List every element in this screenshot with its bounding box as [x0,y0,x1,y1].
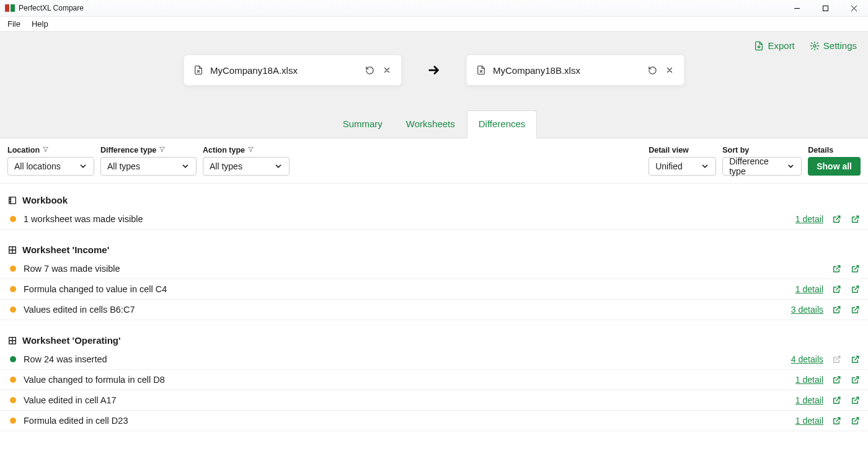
details-link[interactable]: 3 details [791,305,823,315]
file-icon [193,65,204,76]
status-dot-icon [10,377,16,383]
diff-text: Formula changed to value in cell C4 [24,284,788,294]
details-link[interactable]: 4 details [791,354,823,364]
action-type-select[interactable]: All types [203,157,290,176]
status-dot-icon [10,307,16,313]
open-external-icon[interactable] [851,395,861,405]
details-link[interactable]: 1 detail [795,284,823,294]
open-external-icon[interactable] [851,416,861,426]
section-header: Workbook [0,184,868,209]
chevron-down-icon [181,162,190,171]
open-external-icon[interactable] [851,214,861,224]
open-external-icon [832,354,842,364]
diff-text: Formula edited in cell D23 [24,416,788,426]
status-dot-icon [10,286,16,292]
menu-file[interactable]: File [2,18,25,30]
minimize-button[interactable] [782,0,811,17]
i-book-icon [7,195,17,205]
close-icon[interactable] [381,65,392,76]
details-link[interactable]: 1 detail [795,214,823,224]
chevron-down-icon [274,162,283,171]
open-external-icon[interactable] [832,264,842,274]
settings-label: Settings [823,40,857,51]
section-title: Workbook [22,195,68,205]
app-logo-icon [5,3,15,13]
undo-icon[interactable] [364,65,375,76]
settings-button[interactable]: Settings [810,40,857,51]
sort-by-label: Sort by [722,146,802,154]
svg-rect-3 [5,4,9,12]
section-title: Worksheet 'Income' [22,244,109,255]
section-header: Worksheet 'Income' [0,230,868,259]
chevron-down-icon [787,162,795,171]
diff-row[interactable]: Row 24 was inserted 4 details [0,349,868,370]
diff-row[interactable]: 1 worksheet was made visible 1 detail [0,209,868,230]
location-label: Location [7,146,94,154]
results-list[interactable]: Workbook 1 worksheet was made visible 1 … [0,184,868,452]
diff-text: Values edited in cells B6:C7 [24,305,784,315]
window-title: PerfectXL Compare [19,4,84,12]
svg-rect-4 [11,4,15,12]
status-dot-icon [10,216,16,222]
open-external-icon[interactable] [832,416,842,426]
menu-help[interactable]: Help [27,18,53,30]
chevron-down-icon [701,162,709,171]
funnel-icon [159,146,166,154]
location-select[interactable]: All locations [7,157,94,176]
open-external-icon[interactable] [851,354,861,364]
file-card-left: MyCompany18A.xlsx [184,55,402,86]
diff-text: Value changed to formula in cell D8 [24,375,788,385]
diff-row[interactable]: Value changed to formula in cell D8 1 de… [0,370,868,390]
section-title: Worksheet 'Operating' [22,335,121,346]
filter-bar: Location All locations Difference type A… [0,138,868,184]
svg-rect-5 [823,6,828,11]
open-external-icon[interactable] [832,214,842,224]
i-grid-icon [7,336,17,346]
sort-by-select[interactable]: Difference type [722,157,802,176]
open-external-icon[interactable] [851,284,861,294]
diff-row[interactable]: Formula edited in cell D23 1 detail [0,411,868,431]
tab-worksheets[interactable]: Worksheets [394,110,467,138]
diff-type-select[interactable]: All types [100,157,197,176]
status-dot-icon [10,418,16,424]
status-dot-icon [10,356,16,362]
open-external-icon[interactable] [851,375,861,385]
status-dot-icon [10,266,16,272]
details-link[interactable]: 1 detail [795,375,823,385]
diff-row[interactable]: Row 7 was made visible [0,259,868,279]
diff-text: Row 24 was inserted [24,354,784,364]
diff-row[interactable]: Values edited in cells B6:C7 3 details [0,300,868,320]
diff-text: 1 worksheet was made visible [24,214,788,224]
open-external-icon[interactable] [832,284,842,294]
arrow-right-icon [420,63,448,77]
tab-differences[interactable]: Differences [467,110,538,138]
diff-text: Row 7 was made visible [24,264,825,274]
close-icon[interactable] [664,65,675,76]
export-label: Export [768,40,794,51]
section-header: Worksheet 'Operating' [0,320,868,349]
action-type-label: Action type [203,146,290,154]
open-external-icon[interactable] [832,305,842,315]
details-label: Details [808,146,861,154]
open-external-icon[interactable] [832,395,842,405]
diff-row[interactable]: Formula changed to value in cell C4 1 de… [0,279,868,300]
maximize-button[interactable] [811,0,839,17]
detail-view-label: Detail view [649,146,716,154]
show-all-button[interactable]: Show all [808,157,861,176]
diff-type-label: Difference type [100,146,197,154]
close-window-button[interactable] [839,0,868,17]
open-external-icon[interactable] [851,305,861,315]
header-region: Export Settings MyCompany18A.xlsx MyComp… [0,32,868,138]
detail-view-select[interactable]: Unified [649,157,716,176]
tab-summary[interactable]: Summary [331,110,394,138]
chevron-down-icon [79,162,87,171]
open-external-icon[interactable] [851,264,861,274]
details-link[interactable]: 1 detail [795,416,823,426]
open-external-icon[interactable] [832,375,842,385]
export-button[interactable]: Export [754,40,794,51]
undo-icon[interactable] [647,65,658,76]
tabs: Summary Worksheets Differences [0,110,868,138]
diff-text: Value edited in cell A17 [24,395,788,405]
details-link[interactable]: 1 detail [795,395,823,405]
diff-row[interactable]: Value edited in cell A17 1 detail [0,390,868,411]
